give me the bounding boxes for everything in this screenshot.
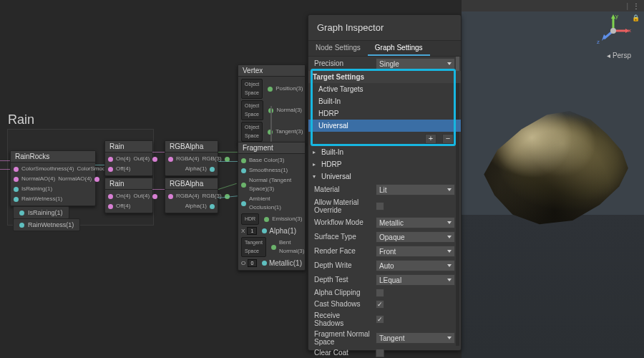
graph-inspector-panel[interactable]: Graph Inspector Node Settings Graph Sett… <box>308 14 462 351</box>
active-targets-label: Active Targets <box>308 83 461 95</box>
node-title: RGBAlpha <box>165 141 218 153</box>
chevron-right-icon[interactable]: ▸ <box>313 149 321 155</box>
alpha-x-field[interactable]: 1 <box>247 227 257 235</box>
chevron-right-icon[interactable]: ▸ <box>313 161 321 168</box>
node-title: RainRocks <box>11 151 95 163</box>
foldout-hdrp[interactable]: HDRP <box>321 160 341 168</box>
depth-test-dropdown[interactable]: LEqual <box>376 274 455 286</box>
metallic-o-field[interactable]: 0 <box>248 259 257 267</box>
port-label: RainWetness(1) <box>21 195 62 203</box>
orientation-gizmo[interactable]: y x z <box>597 14 630 54</box>
toolbar-separator: | <box>626 2 628 10</box>
material-dropdown[interactable]: Lit <box>376 184 455 195</box>
node-rain-a[interactable]: Rain On(4)Out(4) Off(4) <box>104 140 153 176</box>
clear-coat-checkbox[interactable] <box>376 349 384 357</box>
tab-node-settings[interactable]: Node Settings <box>308 41 368 56</box>
prop-label: Receive Shadows <box>314 311 371 327</box>
node-title: Rain <box>105 178 152 190</box>
cast-shadows-checkbox[interactable]: ✓ <box>376 300 384 309</box>
surface-type-dropdown[interactable]: Opaque <box>376 231 455 243</box>
target-item-hdrp[interactable]: HDRP <box>308 107 461 120</box>
chevron-down-icon <box>447 337 452 339</box>
depth-write-dropdown[interactable]: Auto <box>376 260 455 271</box>
gizmo-svg <box>597 14 630 47</box>
chevron-down-icon <box>447 279 452 281</box>
node-title: Fragment <box>238 142 305 154</box>
prop-label: Cast Shadows <box>314 300 371 309</box>
chevron-down-icon <box>447 250 452 253</box>
chevron-down-icon <box>447 236 452 238</box>
prop-label: Material <box>314 185 371 194</box>
chevron-down-icon <box>447 264 452 267</box>
add-target-button[interactable]: + <box>425 134 436 144</box>
prop-label: Surface Type <box>314 233 371 241</box>
blackboard-label: RainWetness(1) <box>28 221 74 228</box>
target-settings-header: Target Settings <box>313 73 364 81</box>
blackboard-property-rainwetness[interactable]: RainWetness(1) <box>13 218 80 231</box>
receive-shadows-checkbox[interactable]: ✓ <box>376 315 384 324</box>
target-item-builtin[interactable]: Built-In <box>308 95 461 107</box>
inspector-tabs: Node Settings Graph Settings <box>308 41 461 57</box>
prop-label: Clear Coat <box>314 349 371 357</box>
node-title: RGBAlpha <box>165 178 218 190</box>
axis-z-label: z <box>597 39 600 45</box>
prop-label: Depth Test <box>314 276 371 284</box>
alpha-clipping-checkbox[interactable] <box>376 289 384 297</box>
rock-mesh-preview[interactable] <box>479 107 630 229</box>
prop-label: Allow Material Override <box>314 198 371 214</box>
allow-override-checkbox[interactable] <box>376 202 384 211</box>
chevron-down-icon <box>447 62 452 65</box>
toolbar-menu-icon[interactable]: ⋮ <box>633 2 640 10</box>
fragment-normal-space-dropdown[interactable]: Tangent <box>376 332 455 344</box>
workflow-mode-dropdown[interactable]: Metallic <box>376 217 455 228</box>
prop-label: Depth Write <box>314 261 371 270</box>
port-label: NormalAO(4) <box>58 175 92 183</box>
chevron-down-icon <box>447 188 452 191</box>
blackboard-property-israining[interactable]: IsRaining(1) <box>13 206 69 219</box>
node-fragment[interactable]: Fragment Base Color(3) Smoothness(1) Nor… <box>238 142 306 271</box>
prop-label: Workflow Mode <box>314 218 371 227</box>
node-title: Vertex <box>238 65 305 77</box>
foldout-builtin[interactable]: Built-In <box>321 148 343 156</box>
blackboard-label: IsRaining(1) <box>28 209 63 216</box>
panel-title: Graph Inspector <box>308 15 461 41</box>
node-rainrocks[interactable]: RainRocks ColorSmoothness(4)ColorSmoothn… <box>10 150 96 206</box>
axis-y-label: y <box>615 13 618 19</box>
scene-toolbar: | ⋮ <box>462 0 644 11</box>
port-label: NormalAO(4) <box>21 175 55 183</box>
foldout-universal[interactable]: Universal <box>321 173 351 180</box>
precision-label: Precision <box>314 59 371 68</box>
prop-label: Render Face <box>314 247 371 256</box>
node-rain-b[interactable]: Rain On(4)Out(4) Off(4) <box>104 178 153 213</box>
render-face-dropdown[interactable]: Front <box>376 246 455 257</box>
axis-x-label: x <box>628 27 631 34</box>
port-label: ColorSmoothness(4) <box>21 165 74 173</box>
prop-label: Alpha Clipping <box>314 289 371 297</box>
port-label: IsRaining(1) <box>21 185 52 193</box>
node-rgbalpha-b[interactable]: RGBAlpha RGBA(4)RGB(3) Alpha(1) <box>165 178 218 213</box>
lock-icon[interactable]: 🔒 <box>632 14 640 21</box>
remove-target-button[interactable]: − <box>442 134 454 144</box>
prop-label: Fragment Normal Space <box>314 330 371 346</box>
chevron-down-icon[interactable]: ▾ <box>313 173 321 180</box>
node-title: Rain <box>105 141 152 153</box>
svg-point-3 <box>610 28 616 34</box>
projection-label[interactable]: ◂ Persp <box>607 52 631 59</box>
target-item-universal[interactable]: Universal <box>308 120 461 132</box>
precision-dropdown[interactable]: Single <box>376 58 455 69</box>
group-title: Rain <box>8 112 34 127</box>
master-stack-connector <box>270 106 272 142</box>
node-rgbalpha-a[interactable]: RGBAlpha RGBA(4)RGB(3) Alpha(1) <box>165 140 218 176</box>
tab-graph-settings[interactable]: Graph Settings <box>368 41 430 56</box>
scene-view[interactable]: | ⋮ 🔒 y x z ◂ Persp <box>462 0 644 358</box>
chevron-down-icon <box>447 221 452 224</box>
